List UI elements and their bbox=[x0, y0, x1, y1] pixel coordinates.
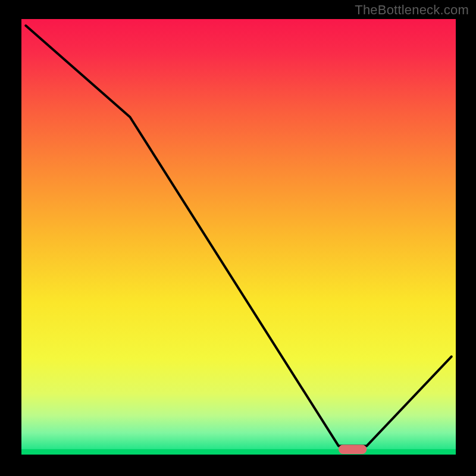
optimal-range-marker bbox=[339, 445, 367, 454]
baseline-strip bbox=[21, 449, 456, 455]
plot-background bbox=[21, 19, 456, 455]
watermark-text: TheBottleneck.com bbox=[355, 2, 469, 18]
chart-container: TheBottleneck.com bbox=[0, 0, 476, 476]
chart-svg bbox=[0, 0, 476, 476]
